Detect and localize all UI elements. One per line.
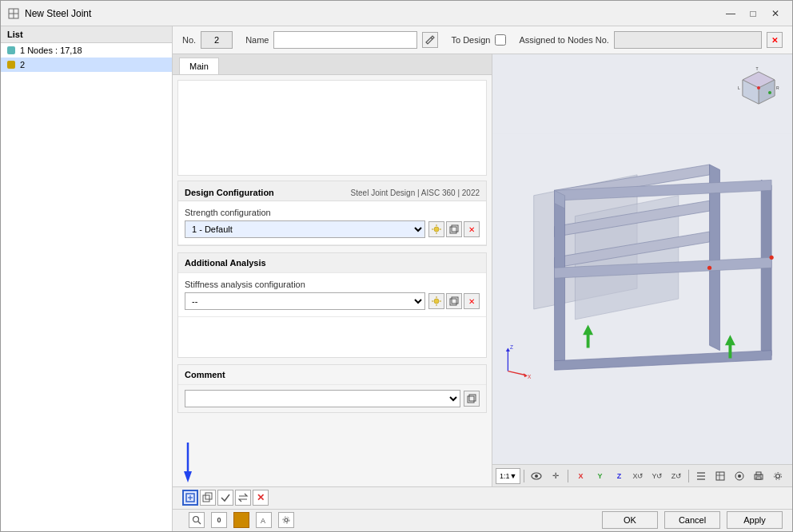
stiffness-icons: ✕: [428, 293, 480, 309]
maximize-button[interactable]: □: [743, 5, 763, 22]
no-input[interactable]: [201, 31, 233, 49]
viewport-eye-button[interactable]: [528, 468, 545, 484]
svg-text:A: A: [261, 517, 265, 525]
list-item[interactable]: 1 Nodes : 17,18: [1, 43, 172, 58]
name-input[interactable]: [273, 31, 417, 49]
svg-point-4: [434, 227, 439, 232]
viewport-y-axis-button[interactable]: Y: [591, 468, 608, 484]
app-icon: [7, 7, 20, 20]
svg-text:R: R: [776, 85, 779, 90]
svg-text:L: L: [738, 85, 740, 90]
viewport-xrot-button[interactable]: X↺: [629, 468, 647, 484]
viewport-render-button[interactable]: [731, 468, 748, 484]
stiffness-row: -- ✕: [185, 292, 480, 310]
viewport-grid-button[interactable]: [711, 468, 729, 484]
item-dot: [7, 46, 15, 54]
ok-button[interactable]: OK: [602, 511, 658, 529]
stiffness-sun-button[interactable]: [428, 293, 444, 309]
svg-point-11: [434, 299, 439, 304]
viewport-zrot-button[interactable]: Z↺: [667, 468, 685, 484]
svg-rect-16: [450, 299, 456, 305]
swap-button[interactable]: [235, 490, 251, 506]
assigned-group: Assigned to Nodes No. ✕: [519, 31, 783, 49]
comment-select[interactable]: [185, 390, 460, 407]
left-panel: List 1 Nodes : 17,18 2: [1, 26, 173, 531]
close-button[interactable]: ✕: [765, 5, 786, 22]
separator: [568, 470, 568, 482]
to-design-checkbox[interactable]: [495, 34, 506, 46]
design-config-title: Design Configuration: [185, 188, 274, 197]
status-tools: 0 A: [182, 512, 596, 528]
main-panel: Main Design Configuration Steel Joint De…: [173, 54, 492, 486]
color-tool-button[interactable]: [233, 512, 249, 528]
assigned-input[interactable]: [614, 31, 762, 49]
assigned-label: Assigned to Nodes No.: [519, 35, 609, 45]
svg-rect-10: [452, 225, 458, 232]
strength-row: 1 - Default ✕: [185, 220, 480, 238]
no-label: No.: [182, 35, 196, 45]
title-bar-buttons: — □ ✕: [720, 5, 786, 22]
svg-rect-73: [205, 493, 212, 499]
list-item[interactable]: 2: [1, 58, 172, 72]
assigned-edit-button[interactable]: ✕: [767, 32, 783, 48]
svg-rect-57: [716, 472, 724, 480]
viewport-cursor-button[interactable]: ✛: [547, 468, 564, 484]
strength-sun-button[interactable]: [428, 221, 444, 237]
zoom-level[interactable]: 1:1▼: [496, 468, 520, 484]
viewport-x-axis-button[interactable]: X: [572, 468, 589, 484]
list-header: List: [1, 26, 172, 43]
separator: [524, 470, 524, 482]
spacer: [173, 246, 492, 252]
check-button[interactable]: [217, 490, 233, 506]
strength-select[interactable]: 1 - Default: [185, 220, 425, 238]
viewport-print-button[interactable]: [750, 468, 767, 484]
svg-rect-72: [203, 495, 209, 502]
svg-point-78: [283, 517, 289, 523]
svg-point-50: [757, 86, 760, 89]
strength-delete-button[interactable]: ✕: [464, 221, 480, 237]
apply-button[interactable]: Apply: [727, 511, 783, 529]
cube-navigator[interactable]: T R L: [735, 64, 783, 112]
stiffness-copy-button[interactable]: [446, 293, 462, 309]
copy-joint-button[interactable]: [200, 490, 216, 506]
svg-rect-19: [469, 395, 476, 401]
viewport-z-axis-button[interactable]: Z: [610, 468, 628, 484]
strength-copy-button[interactable]: [446, 221, 462, 237]
strength-icons: ✕: [428, 221, 480, 237]
bottom-bar: ✕ 0 A: [173, 486, 792, 531]
svg-point-34: [770, 256, 774, 260]
svg-rect-9: [450, 227, 456, 233]
props-bar: No. Name To Design Assigned to Nodes No.: [173, 26, 792, 54]
viewport-yrot-button[interactable]: Y↺: [648, 468, 666, 484]
tab-main[interactable]: Main: [179, 58, 219, 74]
design-config-panel: Design Configuration Steel Joint Design …: [177, 181, 487, 246]
new-joint-button[interactable]: [182, 490, 198, 506]
to-design-label: To Design: [451, 35, 490, 45]
viewport-settings-button[interactable]: [769, 468, 787, 484]
item-dot: [7, 61, 15, 69]
viewport-toolbar: 1:1▼ ✛ X Y Z X↺ Y↺ Z↺: [492, 464, 792, 486]
value-tool-button[interactable]: 0: [211, 512, 227, 528]
list-item-label: 2: [20, 60, 25, 69]
delete-button[interactable]: ✕: [253, 490, 269, 506]
viewport: Z X: [492, 54, 792, 486]
tab-bar: Main: [173, 54, 492, 75]
name-edit-button[interactable]: [422, 32, 438, 48]
settings-tool-button[interactable]: [278, 512, 294, 528]
comment-copy-button[interactable]: [464, 391, 480, 407]
3d-structure: Z X: [492, 54, 792, 486]
title-bar: New Steel Joint — □ ✕: [1, 1, 792, 26]
viewport-layers-button[interactable]: [692, 468, 710, 484]
name-label: Name: [245, 35, 269, 45]
stiffness-select[interactable]: --: [185, 292, 425, 310]
bottom-left-tools: ✕: [179, 490, 786, 506]
cancel-button[interactable]: Cancel: [664, 511, 720, 529]
search-tool-button[interactable]: [189, 512, 205, 528]
bottom-toolbar: ✕: [173, 487, 792, 510]
separator: [688, 470, 689, 482]
svg-text:Z: Z: [510, 344, 513, 350]
text-tool-button[interactable]: A: [256, 512, 272, 528]
stiffness-delete-button[interactable]: ✕: [464, 293, 480, 309]
main-window: New Steel Joint — □ ✕ List 1 Nodes : 17,…: [0, 0, 793, 532]
minimize-button[interactable]: —: [720, 5, 741, 22]
